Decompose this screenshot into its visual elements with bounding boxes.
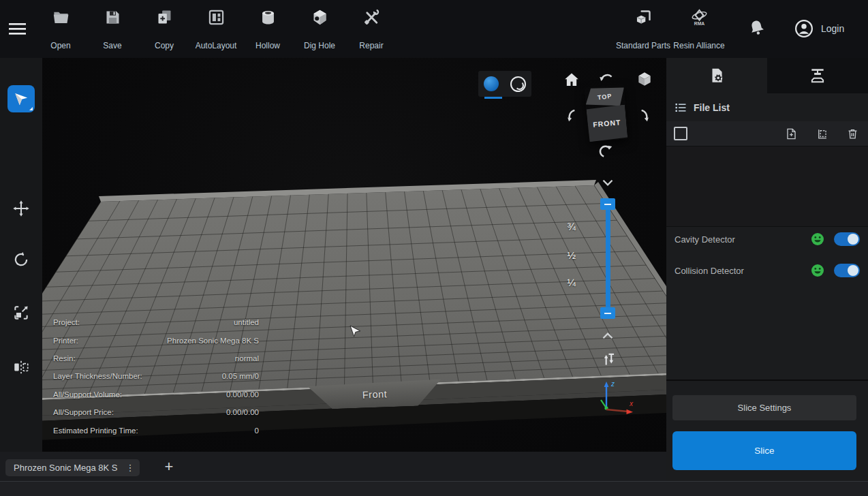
file-list-title: File List [694, 102, 730, 113]
mirror-tool-button[interactable] [7, 354, 35, 381]
render-mode-solid-button[interactable] [484, 76, 499, 91]
hollow-cylinder-icon [259, 8, 277, 27]
notifications-button[interactable] [747, 18, 766, 37]
rotate-view-down-button[interactable] [598, 142, 615, 160]
dig-hole-button[interactable]: Dig Hole [294, 8, 345, 50]
mouse-cursor [349, 325, 362, 340]
add-file-icon[interactable] [785, 127, 798, 140]
home-view-button[interactable] [563, 71, 580, 89]
info-row-resin: Resin: normal [53, 350, 259, 367]
rotate-view-right-button[interactable] [636, 107, 653, 125]
dig-hole-icon [311, 8, 329, 27]
copy-icon [155, 8, 174, 27]
viewport-3d[interactable]: Front Project: untitled Printer: Phrozen… [42, 58, 666, 452]
cavity-detector-row: Cavity Detector [666, 230, 868, 249]
info-row-volume: All/Support Volume: 0.00/0.00 [53, 386, 259, 403]
copy-label: Copy [155, 41, 174, 50]
move-tool-button[interactable] [7, 195, 35, 222]
save-floppy-icon [104, 8, 122, 27]
repair-button[interactable]: Repair [345, 8, 397, 50]
rotate-view-left-button[interactable] [563, 107, 580, 125]
info-value: 0 [255, 427, 259, 435]
select-cursor-icon [12, 90, 30, 108]
project-info-overlay: Project: untitled Printer: Phrozen Sonic… [53, 313, 259, 439]
collision-detector-label: Collision Detector [675, 266, 744, 276]
info-label: Printer: [53, 337, 78, 345]
scale-tool-button[interactable] [7, 299, 35, 326]
curved-arrow-up-icon [598, 69, 615, 87]
info-label: All/Support Volume: [53, 390, 122, 399]
login-button[interactable]: Login [794, 18, 844, 40]
slider-range-reset-button[interactable] [600, 351, 618, 369]
layer-slider-top-handle[interactable] [600, 198, 615, 210]
slice-button[interactable]: Slice [672, 431, 856, 470]
view-cube-front-face[interactable]: FRONT [586, 105, 627, 142]
hollow-button[interactable]: Hollow [242, 8, 294, 50]
front-label: Front [362, 388, 388, 400]
save-label: Save [103, 41, 121, 50]
add-plate-button[interactable]: + [161, 457, 177, 476]
resin-alliance-label: Resin Alliance [673, 41, 724, 50]
slider-label-three-quarters: ¾ [555, 221, 576, 232]
cube-view-button[interactable] [636, 70, 653, 88]
main-menu-button[interactable] [8, 20, 27, 38]
hamburger-icon [8, 20, 27, 38]
printer-plate-tab-label: Phrozen Sonic Mega 8K S [14, 463, 117, 473]
view-cube-top-face[interactable]: TOP [585, 84, 625, 109]
delete-icon[interactable] [846, 127, 859, 140]
file-list-toolbar [666, 121, 868, 146]
select-tool-button[interactable] [7, 85, 35, 112]
bell-icon [747, 18, 766, 37]
open-button[interactable]: Open [35, 8, 87, 50]
file-settings-icon [708, 67, 726, 84]
plate-tab-menu-icon[interactable]: ⋮ [125, 463, 134, 473]
info-label: Estimated Printing Time: [53, 427, 138, 435]
slice-settings-button[interactable]: Slice Settings [672, 395, 856, 420]
slice-settings-label: Slice Settings [738, 403, 792, 413]
render-mode-active-indicator [484, 97, 502, 99]
cavity-detector-toggle[interactable] [834, 232, 860, 246]
collision-status-ok-icon [811, 264, 824, 277]
cavity-status-ok-icon [811, 232, 824, 246]
repair-label: Repair [359, 41, 383, 50]
status-bar [0, 481, 868, 496]
curved-arrow-right-icon [636, 107, 653, 125]
rotate-view-up-button[interactable] [598, 69, 615, 87]
collapse-slider-button[interactable] [599, 174, 617, 191]
copy-button[interactable]: Copy [138, 8, 190, 50]
rotate-tool-button[interactable] [7, 246, 35, 273]
render-mode-toggle [478, 71, 531, 97]
tab-file-list[interactable] [666, 58, 767, 93]
info-label: All/Support Price: [53, 408, 114, 416]
save-button[interactable]: Save [87, 8, 138, 50]
export-plate-icon[interactable] [816, 127, 828, 140]
collision-detector-toggle[interactable] [834, 264, 860, 277]
expand-slider-button[interactable] [599, 327, 617, 345]
resin-alliance-button[interactable]: RMA Resin Alliance [668, 8, 730, 50]
axis-gizmo: z x [586, 377, 640, 424]
layer-slider-track[interactable] [606, 204, 610, 313]
login-label: Login [821, 23, 844, 34]
autolayout-button[interactable]: AutoLayout [190, 8, 242, 50]
select-all-checkbox[interactable] [674, 127, 687, 140]
info-label: Layer Thickness/Number: [53, 372, 142, 380]
info-label: Project: [53, 318, 80, 326]
chevron-down-icon [599, 174, 617, 191]
slice-label: Slice [754, 446, 774, 456]
open-label: Open [50, 41, 70, 50]
standard-parts-icon [634, 8, 653, 27]
render-mode-transparent-button[interactable] [510, 76, 526, 92]
layer-slider-bottom-handle[interactable] [600, 307, 615, 319]
info-row-price: All/Support Price: 0.00/0.00 [53, 403, 259, 421]
info-row-printer: Printer: Phrozen Sonic Mega 8K S [53, 331, 259, 349]
autolayout-icon [207, 8, 226, 27]
view-cube[interactable]: TOP FRONT [585, 84, 629, 142]
file-list-empty-area[interactable] [666, 146, 868, 227]
autolayout-label: AutoLayout [196, 41, 237, 50]
tab-printer[interactable] [767, 58, 868, 93]
printer-plate-tab[interactable]: Phrozen Sonic Mega 8K S ⋮ [5, 459, 140, 476]
standard-parts-button[interactable]: Standard Parts [612, 8, 675, 50]
info-value: 0.00/0.00 [226, 390, 259, 399]
info-value: 0.05 mm/0 [222, 372, 259, 380]
hollow-label: Hollow [255, 41, 280, 50]
